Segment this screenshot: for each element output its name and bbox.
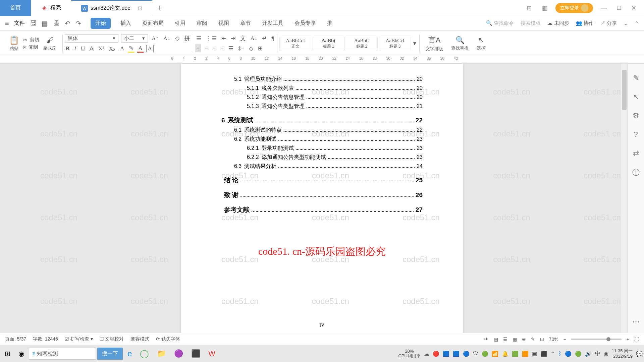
align-left-button[interactable]: ≡ xyxy=(195,44,201,52)
tray-icon-1[interactable]: 🔴 xyxy=(433,351,439,357)
tab-document[interactable]: W ssm820论文.doc ⊡ xyxy=(71,0,152,16)
spell-check-button[interactable]: ☑ 拼写检查 ▾ xyxy=(65,336,93,342)
ime-icon[interactable]: 中 xyxy=(595,350,600,357)
volume-icon[interactable]: 🔊 xyxy=(585,351,592,357)
tab-daoke[interactable]: ◈ 稻壳 xyxy=(31,0,71,16)
bluetooth-icon[interactable]: ᛒ xyxy=(558,351,561,357)
chevron-up-icon[interactable]: ⌃ xyxy=(635,20,639,26)
toc-entry[interactable]: 参考文献27 xyxy=(221,205,423,214)
toc-entry[interactable]: 6系统测试22 xyxy=(221,116,423,125)
collab-button[interactable]: 👥 协作 xyxy=(576,20,594,26)
proofread-button[interactable]: ☐ 文档校对 xyxy=(100,336,124,342)
toc-entry[interactable]: 5.1.3通知公告类型管理21 xyxy=(221,103,423,110)
translate-icon[interactable]: ⇄ xyxy=(633,149,639,158)
zoom-out-button[interactable]: − xyxy=(564,337,566,342)
save-icon[interactable]: 🖫 xyxy=(30,19,37,27)
menu-tab-ref[interactable]: 引用 xyxy=(173,18,187,29)
pen-icon[interactable]: ✎ xyxy=(633,74,639,82)
text-effects-button[interactable]: A xyxy=(119,45,125,52)
more-icon[interactable]: ⋯ xyxy=(632,317,640,326)
increase-font-button[interactable]: A↑ xyxy=(151,35,160,42)
font-name-select[interactable]: 黑体▾ xyxy=(65,34,118,43)
print-preview-icon[interactable]: ▤ xyxy=(42,19,48,27)
subscript-button[interactable]: X₂ xyxy=(108,45,116,52)
scrollbar[interactable] xyxy=(621,64,627,333)
tray-icon-2[interactable]: 🟦 xyxy=(443,351,449,357)
wifi-icon[interactable]: 📶 xyxy=(492,351,498,357)
styles-more-button[interactable]: ▾ xyxy=(412,40,417,47)
phonetic-button[interactable]: 拼 xyxy=(183,35,191,42)
view-draft-icon[interactable]: ✎ xyxy=(531,337,535,342)
tray-icon-4[interactable]: 🔵 xyxy=(463,351,470,357)
page-indicator[interactable]: 页面: 5/37 xyxy=(5,336,26,342)
view-web-icon[interactable]: ▦ xyxy=(513,337,517,342)
line-break-button[interactable]: ↵ xyxy=(261,35,268,42)
task-app1[interactable]: 🟣 xyxy=(171,347,186,360)
toc-entry[interactable]: 6.1系统测试的特点22 xyxy=(221,127,423,134)
notification-icon[interactable]: 🔔 xyxy=(502,351,508,357)
fullscreen-button[interactable]: ⛶ xyxy=(634,337,639,342)
menu-tab-dev[interactable]: 开发工具 xyxy=(261,18,285,29)
tray-icon-7[interactable]: 🟧 xyxy=(522,351,529,357)
bullet-list-button[interactable]: ☰ xyxy=(195,35,202,42)
style-heading3[interactable]: AaBbCcl标题 3 xyxy=(379,37,411,50)
tray-icon-5[interactable]: 🟢 xyxy=(482,351,488,357)
cut-button[interactable]: ✂ 剪切 xyxy=(23,37,39,43)
close-button[interactable]: ✕ xyxy=(629,4,639,12)
toc-entry[interactable]: 结 论25 xyxy=(221,176,423,185)
asian-layout-button[interactable]: 文 xyxy=(239,35,247,42)
view-outline-icon[interactable]: ☰ xyxy=(503,337,507,342)
view-page-icon[interactable]: ▤ xyxy=(494,337,498,342)
tray-icon-8[interactable]: ▣ xyxy=(532,351,537,357)
undo-icon[interactable]: ↶ xyxy=(65,19,70,27)
chevron-down-icon[interactable]: ⌄ xyxy=(624,20,628,26)
paste-button[interactable]: 📋 粘贴 xyxy=(5,36,23,52)
task-wps[interactable]: W xyxy=(205,347,219,360)
menu-tab-start[interactable]: 开始 xyxy=(91,18,111,29)
number-list-button[interactable]: ⋮☰ xyxy=(205,35,218,42)
tray-icon-10[interactable]: 🔵 xyxy=(565,351,572,357)
text-layout-button[interactable]: 言A文字排版 xyxy=(422,35,447,52)
toc-entry[interactable]: 致 谢26 xyxy=(221,191,423,199)
bold-button[interactable]: B xyxy=(65,45,70,52)
share-button[interactable]: ↗ 分享 xyxy=(600,20,617,26)
toc-entry[interactable]: 6.2系统功能测试23 xyxy=(221,136,423,143)
print-icon[interactable]: 🖶 xyxy=(53,19,60,27)
tray-icon-11[interactable]: 🟢 xyxy=(575,351,582,357)
tray-shield-icon[interactable]: 🛡 xyxy=(473,351,478,357)
menu-tab-rec[interactable]: 推 xyxy=(326,18,334,29)
settings-icon[interactable]: ⚙ xyxy=(633,111,639,120)
view-read-icon[interactable]: ⊕ xyxy=(522,337,526,342)
zoom-slider[interactable] xyxy=(571,339,622,340)
zoom-level[interactable]: 70% xyxy=(549,337,558,342)
format-painter-button[interactable]: 🖌 格式刷 xyxy=(39,36,60,51)
increase-indent-button[interactable]: ⇥ xyxy=(230,35,236,42)
ruler[interactable]: 642246810121416182022242628303234363840 xyxy=(0,56,644,64)
toc-entry[interactable]: 5.1管理员功能介绍20 xyxy=(221,76,423,83)
tab-home[interactable]: 首页 xyxy=(0,0,31,16)
menu-tab-vip[interactable]: 会员专享 xyxy=(293,18,317,29)
eye-icon[interactable]: 👁 xyxy=(484,337,489,342)
search-template-input[interactable]: 搜索模板 xyxy=(521,20,541,26)
menu-tab-review[interactable]: 审阅 xyxy=(195,18,209,29)
taskbar-search-button[interactable]: 搜一下 xyxy=(97,348,123,360)
menu-tab-insert[interactable]: 插入 xyxy=(119,18,132,29)
apps-icon[interactable]: ▦ xyxy=(539,4,550,12)
tray-icon-3[interactable]: 🟦 xyxy=(453,351,460,357)
taskbar-clock[interactable]: 11:35 周一 2022/9/19 xyxy=(612,348,633,359)
strikethrough-button[interactable]: A̶ xyxy=(89,45,95,52)
show-marks-button[interactable]: ¶ xyxy=(270,35,275,42)
task-copilot[interactable]: ◉ xyxy=(15,347,28,360)
char-border-button[interactable]: A xyxy=(146,45,154,52)
action-center-icon[interactable]: 💬 xyxy=(636,351,643,357)
weather-icon[interactable]: ☁ xyxy=(424,351,429,357)
find-replace-button[interactable]: 🔍查找替换 xyxy=(447,36,473,51)
chevron-up-tray-icon[interactable]: ⌃ xyxy=(550,351,555,357)
menu-tab-layout[interactable]: 页面布局 xyxy=(141,18,165,29)
toc-entry[interactable]: 6.2.2添加通知公告类型功能测试23 xyxy=(221,154,423,161)
toc-entry[interactable]: 6.3测试结果分析24 xyxy=(221,163,423,170)
page[interactable]: 5.1管理员功能介绍205.1.1税务欠款列表205.1.2通知公告信息管理20… xyxy=(181,64,463,333)
style-heading1[interactable]: AaBb(标题 1 xyxy=(313,37,344,50)
select-button[interactable]: ↖选择 xyxy=(473,36,489,51)
sort-button[interactable]: A↓ xyxy=(250,35,259,42)
